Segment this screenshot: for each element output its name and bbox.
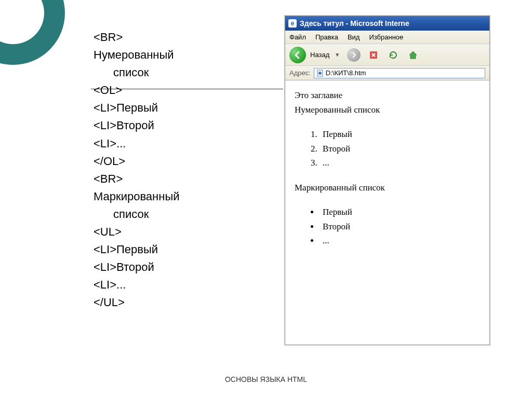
address-label: Адрес:: [289, 69, 311, 77]
stop-button[interactable]: [367, 48, 380, 62]
page-heading: Маркированный список: [295, 181, 480, 195]
arrow-left-icon: [294, 51, 302, 59]
list-item: ...: [320, 234, 480, 248]
address-input[interactable]: D:\КИТ\8.htm: [314, 68, 485, 78]
code-line: </UL>: [94, 294, 180, 311]
menu-view[interactable]: Вид: [348, 33, 360, 41]
code-line: <LI>...: [94, 276, 180, 294]
ordered-list: Первый Второй ...: [320, 128, 480, 170]
list-item: Первый: [320, 128, 480, 141]
code-line: <BR>: [94, 29, 180, 46]
arrow-right-icon: [351, 52, 357, 58]
code-line: <OL>: [94, 81, 180, 99]
browser-toolbar: Назад ▼: [285, 44, 489, 66]
unordered-list: Первый Второй ...: [320, 205, 480, 248]
menu-favorites[interactable]: Избранное: [369, 33, 403, 41]
window-title: Здесь титул - Microsoft Interne: [300, 19, 409, 28]
page-heading: Это заглавие: [295, 89, 480, 102]
code-line: <LI>...: [94, 135, 180, 153]
forward-button[interactable]: [347, 48, 361, 62]
html-code-example: <BR> Нумерованный список <OL> <LI>Первый…: [94, 29, 180, 312]
list-item: Второй: [320, 142, 480, 156]
code-line: <LI>Второй: [94, 117, 180, 134]
browser-titlebar: e Здесь титул - Microsoft Interne: [285, 16, 489, 31]
code-line: Маркированный: [94, 188, 180, 205]
list-item: ...: [320, 156, 480, 170]
page-icon: [316, 70, 324, 77]
code-line: </OL>: [94, 153, 180, 170]
code-line: <UL>: [94, 223, 180, 241]
browser-window: e Здесь титул - Microsoft Interne Файл П…: [285, 16, 490, 345]
menu-file[interactable]: Файл: [289, 33, 306, 41]
slide-footer: ОСНОВЫ ЯЗЫКА HTML: [0, 375, 532, 383]
code-line: список: [94, 64, 180, 81]
svg-point-2: [318, 72, 322, 75]
code-line: <BR>: [94, 170, 180, 188]
back-button[interactable]: [289, 47, 306, 63]
list-item: Второй: [320, 220, 480, 234]
slide-corner-decoration: [0, 0, 65, 65]
refresh-button[interactable]: [387, 48, 400, 62]
back-label[interactable]: Назад: [310, 51, 329, 59]
stop-icon: [368, 50, 379, 60]
code-line: Нумерованный: [94, 46, 180, 64]
code-line: <LI>Второй: [94, 258, 180, 276]
menu-edit[interactable]: Правка: [315, 33, 338, 41]
ie-icon: e: [288, 19, 297, 28]
refresh-icon: [388, 50, 398, 60]
back-dropdown-icon[interactable]: ▼: [335, 52, 340, 58]
page-heading: Нумерованный список: [295, 103, 480, 117]
browser-viewport: Это заглавие Нумерованный список Первый …: [285, 80, 489, 257]
code-line: <LI>Первый: [94, 241, 180, 258]
address-value: D:\КИТ\8.htm: [326, 69, 366, 77]
list-item: Первый: [320, 205, 480, 219]
home-button[interactable]: [406, 48, 420, 62]
browser-menubar: Файл Правка Вид Избранное: [285, 31, 489, 44]
home-icon: [408, 50, 418, 60]
browser-addressbar: Адрес: D:\КИТ\8.htm: [285, 66, 489, 80]
code-line: список: [94, 205, 180, 223]
code-line: <LI>Первый: [94, 99, 180, 117]
